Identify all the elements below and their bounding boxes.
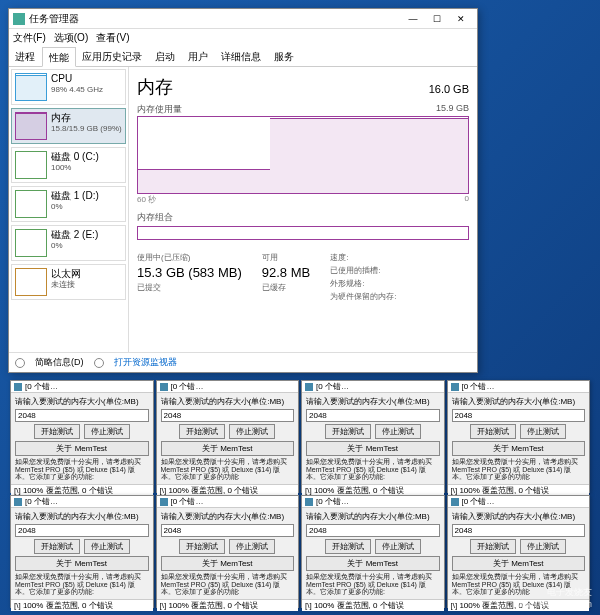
sidebar-item-disk-2[interactable]: 磁盘 0 (C:)100% (11, 147, 126, 183)
bottombar: 简略信息(D) 打开资源监视器 (9, 352, 477, 372)
memtest-title-text: [0 个错… (25, 496, 58, 507)
sidebar-title: 以太网 (51, 268, 81, 280)
memtest-stop-button[interactable]: 停止测试 (229, 539, 275, 554)
memtest-icon (305, 383, 313, 391)
memtest-prompt: 请输入要测试的内存大小(单位:MB) (452, 396, 586, 407)
memtest-about-button[interactable]: 关于 MemTest (15, 556, 149, 571)
sidebar-item-disk-4[interactable]: 磁盘 2 (E:)0% (11, 225, 126, 261)
tabs: 进程 性能 应用历史记录 启动 用户 详细信息 服务 (9, 47, 477, 67)
tab-performance[interactable]: 性能 (42, 47, 76, 67)
menu-file[interactable]: 文件(F) (13, 31, 46, 45)
tab-history[interactable]: 应用历史记录 (76, 47, 149, 66)
memory-usage-chart (137, 116, 469, 194)
expand-icon[interactable] (15, 358, 25, 368)
memtest-start-button[interactable]: 开始测试 (179, 539, 225, 554)
memtest-about-button[interactable]: 关于 MemTest (306, 556, 440, 571)
memtest-start-button[interactable]: 开始测试 (179, 424, 225, 439)
sidebar-title: 磁盘 0 (C:) (51, 151, 99, 163)
memtest-icon (451, 498, 459, 506)
used-label: 使用中(已压缩) (137, 252, 242, 263)
memtest-start-button[interactable]: 开始测试 (34, 539, 80, 554)
minimize-button[interactable]: — (401, 10, 425, 28)
memtest-title-text: [0 个错… (462, 496, 495, 507)
cpu-sparkline-icon (15, 73, 47, 101)
net-sparkline-icon (15, 268, 47, 296)
maximize-button[interactable]: ☐ (425, 10, 449, 28)
memtest-size-input[interactable] (452, 524, 586, 537)
memtest-stop-button[interactable]: 停止测试 (375, 539, 421, 554)
memtest-title-text: [0 个错… (316, 381, 349, 392)
menubar: 文件(F) 选项(O) 查看(V) (9, 29, 477, 47)
memtest-titlebar[interactable]: [0 个错… (157, 381, 299, 393)
panel-title: 内存 (137, 75, 173, 99)
memtest-size-input[interactable] (161, 409, 295, 422)
resmon-icon[interactable] (94, 358, 104, 368)
memtest-title-text: [0 个错… (316, 496, 349, 507)
memtest-about-button[interactable]: 关于 MemTest (161, 441, 295, 456)
main-panel: 内存 16.0 GB 内存使用量 15.9 GB 60 秒 0 内存组合 使 (129, 67, 477, 352)
memtest-prompt: 请输入要测试的内存大小(单位:MB) (15, 511, 149, 522)
sidebar-item-disk-3[interactable]: 磁盘 1 (D:)0% (11, 186, 126, 222)
memtest-stop-button[interactable]: 停止测试 (375, 424, 421, 439)
tab-details[interactable]: 详细信息 (215, 47, 268, 66)
tab-users[interactable]: 用户 (182, 47, 215, 66)
memtest-stop-button[interactable]: 停止测试 (229, 424, 275, 439)
memtest-size-input[interactable] (306, 524, 440, 537)
memtest-titlebar[interactable]: [0 个错… (11, 496, 153, 508)
avail-label: 可用 (262, 252, 310, 263)
memtest-size-input[interactable] (452, 409, 586, 422)
memtest-size-input[interactable] (306, 409, 440, 422)
sidebar-item-mem-1[interactable]: 内存15.8/15.9 GB (99%) (11, 108, 126, 144)
memtest-titlebar[interactable]: [0 个错… (157, 496, 299, 508)
memtest-about-button[interactable]: 关于 MemTest (452, 556, 586, 571)
memtest-stop-button[interactable]: 停止测试 (520, 539, 566, 554)
memtest-info-text: 如果您发现免费版十分实用，请考虑购买 MemTest PRO ($5) 或 De… (161, 458, 295, 481)
memtest-start-button[interactable]: 开始测试 (34, 424, 80, 439)
memtest-stop-button[interactable]: 停止测试 (520, 424, 566, 439)
mem-sparkline-icon (15, 112, 47, 140)
memtest-start-button[interactable]: 开始测试 (470, 539, 516, 554)
sidebar-sub: 100% (51, 163, 99, 173)
avail-value: 92.8 MB (262, 265, 310, 280)
memtest-prompt: 请输入要测试的内存大小(单位:MB) (161, 396, 295, 407)
memtest-start-button[interactable]: 开始测试 (470, 424, 516, 439)
brief-info[interactable]: 简略信息(D) (35, 356, 84, 369)
titlebar[interactable]: 任务管理器 — ☐ ✕ (9, 9, 477, 29)
sidebar-item-cpu-0[interactable]: CPU98% 4.45 GHz (11, 69, 126, 105)
memtest-titlebar[interactable]: [0 个错… (448, 381, 590, 393)
memtest-start-button[interactable]: 开始测试 (325, 424, 371, 439)
resmon-link[interactable]: 打开资源监视器 (114, 356, 177, 369)
memtest-statusbar: [\] 100% 覆盖范围, 0 个错误 (11, 599, 153, 611)
memtest-titlebar[interactable]: [0 个错… (11, 381, 153, 393)
memtest-start-button[interactable]: 开始测试 (325, 539, 371, 554)
memtest-info-text: 如果您发现免费版十分实用，请考虑购买 MemTest PRO ($5) 或 De… (452, 458, 586, 481)
tab-services[interactable]: 服务 (268, 47, 301, 66)
tab-processes[interactable]: 进程 (9, 47, 42, 66)
menu-options[interactable]: 选项(O) (54, 31, 88, 45)
sidebar-item-net-5[interactable]: 以太网未连接 (11, 264, 126, 300)
memtest-size-input[interactable] (161, 524, 295, 537)
memtest-size-input[interactable] (15, 524, 149, 537)
memtest-about-button[interactable]: 关于 MemTest (452, 441, 586, 456)
tab-startup[interactable]: 启动 (149, 47, 182, 66)
close-button[interactable]: ✕ (449, 10, 473, 28)
memtest-prompt: 请输入要测试的内存大小(单位:MB) (452, 511, 586, 522)
memtest-window-2: [0 个错…请输入要测试的内存大小(单位:MB)开始测试停止测试关于 MemTe… (301, 380, 445, 493)
memtest-window-4: [0 个错…请输入要测试的内存大小(单位:MB)开始测试停止测试关于 MemTe… (10, 495, 154, 608)
sidebar-sub: 98% 4.45 GHz (51, 85, 103, 95)
menu-view[interactable]: 查看(V) (96, 31, 129, 45)
memtest-statusbar: [\] 100% 覆盖范围, 0 个错误 (157, 599, 299, 611)
memtest-titlebar[interactable]: [0 个错… (302, 496, 444, 508)
memtest-stop-button[interactable]: 停止测试 (84, 424, 130, 439)
memtest-stop-button[interactable]: 停止测试 (84, 539, 130, 554)
memtest-titlebar[interactable]: [0 个错… (302, 381, 444, 393)
axis-left: 60 秒 (137, 194, 156, 205)
memtest-size-input[interactable] (15, 409, 149, 422)
speed-label: 速度: (330, 252, 396, 263)
memtest-about-button[interactable]: 关于 MemTest (306, 441, 440, 456)
memory-total: 16.0 GB (429, 83, 469, 95)
memtest-titlebar[interactable]: [0 个错… (448, 496, 590, 508)
composition-label: 内存组合 (137, 211, 173, 224)
memtest-about-button[interactable]: 关于 MemTest (161, 556, 295, 571)
memtest-about-button[interactable]: 关于 MemTest (15, 441, 149, 456)
